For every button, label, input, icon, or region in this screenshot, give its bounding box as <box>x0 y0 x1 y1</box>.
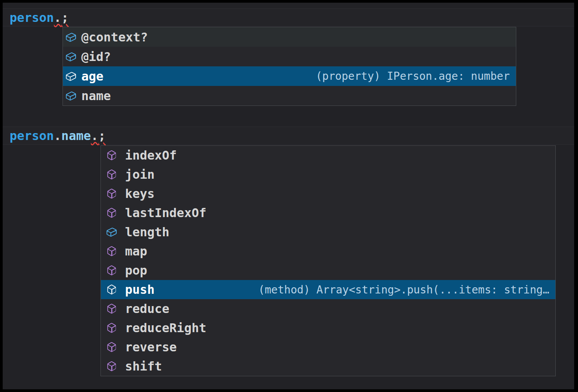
code-line-1[interactable]: person.; <box>10 8 69 26</box>
suggestion-item-reduceright[interactable]: reduceRight <box>101 318 555 338</box>
suggestion-item-indexof[interactable]: indexOf <box>101 146 555 165</box>
code-token: ; <box>98 128 105 143</box>
suggestion-item-lastindexof[interactable]: lastIndexOf <box>101 203 555 222</box>
suggestion-label: reverse <box>125 340 177 354</box>
code-token: . <box>91 128 98 143</box>
suggestion-item-reduce[interactable]: reduce <box>101 299 555 318</box>
suggestion-label: lastIndexOf <box>125 206 206 220</box>
suggestion-detail: (property) IPerson.age: number <box>316 70 510 82</box>
suggestion-label: indexOf <box>125 148 177 163</box>
suggestion-item-map[interactable]: map <box>101 242 555 261</box>
suggestion-label: push <box>125 282 155 297</box>
suggestion-item-name[interactable]: name <box>63 86 516 105</box>
symbol-method-icon <box>106 341 117 353</box>
symbol-method-icon <box>106 265 117 276</box>
code-token: person <box>10 128 54 143</box>
suggestion-label: keys <box>125 186 155 201</box>
symbol-method-icon <box>106 169 117 180</box>
suggestion-label: shift <box>125 359 162 374</box>
suggestion-label: join <box>125 167 155 182</box>
editor-window: person.; person.name.; @context? @id? <box>3 3 574 389</box>
symbol-method-icon <box>106 207 117 219</box>
symbol-field-icon <box>65 31 77 43</box>
code-token: ; <box>61 10 69 25</box>
suggestion-label: pop <box>125 263 147 278</box>
symbol-method-icon <box>106 303 117 315</box>
symbol-method-icon <box>106 322 117 334</box>
code-token: person <box>10 10 54 25</box>
symbol-method-icon <box>106 284 117 295</box>
suggestion-item-push[interactable]: push (method) Array<string>.push(...item… <box>101 280 555 299</box>
suggestion-item-length[interactable]: length <box>101 222 555 242</box>
symbol-method-icon <box>106 361 117 372</box>
symbol-method-icon <box>106 188 117 199</box>
symbol-field-icon <box>65 71 77 82</box>
symbol-method-icon <box>106 150 117 161</box>
code-token: name <box>61 128 91 143</box>
code-line-2[interactable]: person.name.; <box>10 127 105 145</box>
symbol-method-icon <box>106 245 117 257</box>
suggestion-label: length <box>125 225 170 239</box>
suggestion-label: @id? <box>81 49 111 64</box>
suggestion-detail: (method) Array<string>.push(...items: st… <box>258 283 549 296</box>
suggest-widget-person-name: indexOf join keys <box>100 145 556 376</box>
code-editor-surface[interactable]: person.; person.name.; @context? @id? <box>3 3 574 389</box>
suggestion-item-join[interactable]: join <box>101 165 555 184</box>
suggestion-item-context[interactable]: @context? <box>63 27 516 47</box>
suggestion-label: @context? <box>81 30 148 44</box>
suggestion-item-pop[interactable]: pop <box>101 261 555 280</box>
symbol-field-icon <box>65 90 77 102</box>
suggest-widget-person: @context? @id? age (property) IPerson.ag… <box>63 27 516 106</box>
symbol-field-icon <box>106 226 117 238</box>
suggestion-item-shift[interactable]: shift <box>101 357 555 376</box>
suggestion-item-id[interactable]: @id? <box>63 47 516 66</box>
code-token: . <box>54 10 61 25</box>
code-token: . <box>54 128 61 143</box>
current-line-highlight-1 <box>3 8 574 26</box>
suggestion-label: name <box>81 89 111 103</box>
suggestion-label: reduce <box>125 301 170 316</box>
suggestion-label: age <box>81 69 104 84</box>
suggestion-item-reverse[interactable]: reverse <box>101 338 555 357</box>
suggestion-label: reduceRight <box>125 321 206 335</box>
suggestion-label: map <box>125 244 147 259</box>
symbol-field-icon <box>65 51 77 63</box>
suggestion-item-keys[interactable]: keys <box>101 184 555 203</box>
suggestion-item-age[interactable]: age (property) IPerson.age: number <box>63 66 516 86</box>
